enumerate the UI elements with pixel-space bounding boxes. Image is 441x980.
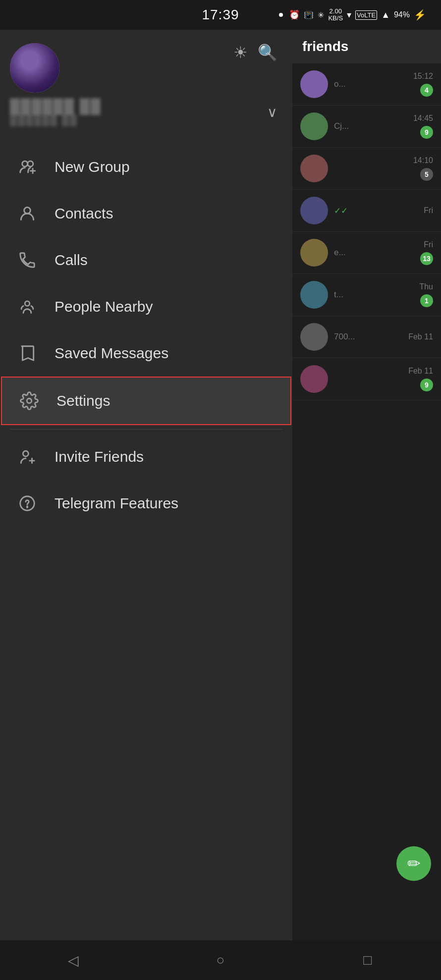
people-nearby-label: People Nearby (55, 298, 153, 315)
drawer: ☀ 🔍 ██████ ██ ██████ ██ ∨ (0, 30, 292, 940)
compose-icon: ✏ (407, 854, 421, 873)
back-icon: ◁ (68, 952, 79, 969)
chat-meta-5: Fri 13 (420, 240, 433, 265)
menu-item-calls[interactable]: Calls (0, 237, 292, 283)
vibrate-icon: 📳 (304, 10, 314, 20)
wifi-icon: ▾ (347, 9, 351, 20)
contacts-icon (15, 201, 40, 226)
profile-subtitle: ██████ ██ (10, 114, 101, 126)
chat-preview-5: e... (334, 248, 420, 258)
chat-info-2: Cj... (334, 121, 413, 131)
invite-friends-label: Invite Friends (55, 448, 144, 465)
data-speed: 2.00KB/S (328, 8, 343, 22)
chat-info-1: o... (334, 79, 413, 89)
chat-avatar-7 (300, 323, 328, 351)
new-group-icon (15, 155, 40, 179)
svg-point-3 (25, 301, 30, 306)
chat-list-title: friends (302, 39, 348, 54)
profile-section: ☀ 🔍 ██████ ██ ██████ ██ ∨ (0, 30, 292, 139)
chat-info-6: t... (334, 290, 419, 300)
chat-item-3[interactable]: 14:10 5 (292, 148, 441, 190)
chat-avatar-5 (300, 239, 328, 267)
chat-item-5[interactable]: e... Fri 13 (292, 232, 441, 274)
profile-top: ☀ 🔍 (10, 43, 277, 93)
chat-time-8: Feb 11 (408, 367, 433, 376)
chat-list-header: friends (292, 30, 441, 63)
new-group-label: New Group (55, 159, 130, 175)
menu-divider (10, 429, 282, 430)
recents-icon: □ (363, 952, 372, 968)
badge-1: 4 (420, 84, 433, 97)
recents-button[interactable]: □ (353, 945, 383, 975)
profile-name: ██████ ██ (10, 99, 101, 114)
avatar[interactable] (10, 43, 59, 93)
menu-item-invite-friends[interactable]: Invite Friends (0, 434, 292, 480)
signal-icon: ▲ (381, 10, 390, 20)
chat-time-4: Fri (424, 206, 433, 215)
chevron-down-icon[interactable]: ∨ (267, 104, 277, 120)
chat-info-7: 700... (334, 332, 408, 342)
chat-preview-2: Cj... (334, 121, 413, 131)
telegram-features-label: Telegram Features (55, 495, 178, 512)
menu-item-telegram-features[interactable]: Telegram Features (0, 480, 292, 527)
bottom-nav: ◁ ○ □ (0, 940, 441, 980)
alarm-icon: ⏰ (289, 9, 300, 20)
contacts-label: Contacts (55, 205, 113, 222)
settings-icon (17, 388, 42, 413)
badge-2: 9 (420, 126, 433, 139)
chat-time-1: 15:12 (413, 72, 433, 81)
battery-level: 94% (394, 10, 410, 19)
chat-item-8[interactable]: Feb 11 9 (292, 358, 441, 400)
menu-item-settings[interactable]: Settings (1, 377, 291, 425)
menu-item-people-nearby[interactable]: People Nearby (0, 283, 292, 330)
chat-item-2[interactable]: Cj... 14:45 9 (292, 106, 441, 148)
settings-label: Settings (56, 392, 110, 409)
badge-3: 5 (420, 168, 433, 181)
battery-charging-icon: ⚡ (414, 9, 426, 21)
main-container: ☀ 🔍 ██████ ██ ██████ ██ ∨ (0, 30, 441, 940)
chat-avatar-8 (300, 365, 328, 393)
menu-item-new-group[interactable]: New Group (0, 144, 292, 190)
badge-5: 13 (420, 252, 433, 265)
home-icon: ○ (217, 952, 225, 968)
status-bar: 17:39 ⏰ 📳 ✳ 2.00KB/S ▾ VoLTE ▲ 94% ⚡ (0, 0, 441, 30)
chat-list: friends o... 15:12 4 Cj... 14:45 9 (292, 30, 441, 940)
calls-label: Calls (55, 252, 88, 269)
chat-item-1[interactable]: o... 15:12 4 (292, 63, 441, 106)
chat-item-4[interactable]: ✓✓ Fri (292, 190, 441, 232)
chat-time-6: Thu (419, 282, 433, 291)
home-button[interactable]: ○ (206, 945, 235, 975)
avatar-inner (10, 43, 59, 93)
status-icons: ⏰ 📳 ✳ 2.00KB/S ▾ VoLTE ▲ 94% ⚡ (277, 8, 426, 22)
menu-item-contacts[interactable]: Contacts (0, 190, 292, 237)
chat-avatar-2 (300, 112, 328, 140)
menu-list: New Group Contacts Ca (0, 139, 292, 532)
chat-time-7: Feb 11 (408, 332, 433, 341)
badge-8: 9 (420, 379, 433, 391)
svg-point-1 (28, 161, 33, 166)
saved-messages-icon (15, 341, 40, 366)
chat-meta-1: 15:12 4 (413, 72, 433, 97)
theme-toggle-icon[interactable]: ☀ (233, 43, 248, 62)
profile-name-row: ██████ ██ ██████ ██ ∨ (10, 99, 277, 126)
chat-avatar-4 (300, 197, 328, 224)
compose-fab[interactable]: ✏ (396, 846, 431, 881)
chat-meta-3: 14:10 5 (413, 156, 433, 181)
chat-preview-7: 700... (334, 332, 408, 342)
invite-friends-icon (15, 444, 40, 469)
chat-info-4: ✓✓ (334, 206, 424, 216)
back-button[interactable]: ◁ (58, 945, 88, 975)
profile-icons: ☀ 🔍 (233, 43, 277, 62)
svg-point-0 (22, 161, 28, 166)
chat-time-2: 14:45 (413, 114, 433, 123)
search-icon[interactable]: 🔍 (258, 43, 277, 62)
chat-meta-8: Feb 11 9 (408, 367, 433, 391)
chat-info-5: e... (334, 248, 420, 258)
chat-avatar-6 (300, 281, 328, 309)
chat-item-7[interactable]: 700... Feb 11 (292, 316, 441, 358)
chat-meta-2: 14:45 9 (413, 114, 433, 139)
bluetooth-icon: ✳ (318, 10, 324, 20)
menu-item-saved-messages[interactable]: Saved Messages (0, 330, 292, 377)
chat-item-6[interactable]: t... Thu 1 (292, 274, 441, 316)
svg-point-4 (27, 398, 32, 403)
